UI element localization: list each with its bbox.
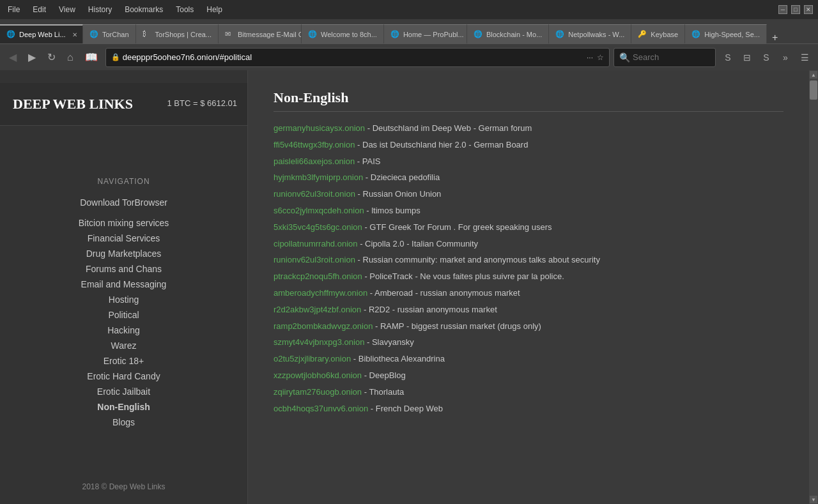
tab-propublica[interactable]: 🌐 Home — ProPubl... (384, 24, 467, 43)
onion-link-1[interactable]: ffi5v46ttwgx3fby.onion (274, 140, 355, 149)
onion-link-5[interactable]: s6cco2jylmxqcdeh.onion (274, 206, 364, 215)
nav-non-english[interactable]: Non-English (97, 402, 150, 412)
close-button[interactable]: ✕ (804, 5, 813, 14)
nav-political[interactable]: Political (108, 310, 139, 320)
nav-download-torbrowser[interactable]: Download TorBrowser (80, 197, 167, 208)
onion-link-9[interactable]: ptrackcp2noqu5fh.onion (274, 271, 362, 281)
nav-erotic-18[interactable]: Erotic 18+ (104, 356, 144, 366)
reader-button[interactable]: 📖 (81, 49, 102, 66)
tab-icon: 🌐 (89, 30, 98, 39)
link-desc-6: - GTF Greek Tor Forum . For greek speaki… (364, 222, 552, 232)
search-input[interactable] (633, 52, 710, 62)
address-input[interactable] (123, 52, 587, 62)
scroll-down-button[interactable]: ▼ (809, 495, 818, 504)
home-button[interactable]: ⌂ (63, 49, 77, 66)
btc-rate: 1 BTC = $ 6612.01 (167, 98, 238, 108)
tab-keybase[interactable]: 🔑 Keybase (631, 24, 685, 43)
link-desc-17: - French Deep Web (371, 404, 443, 413)
link-desc-10: - Amberoad - russian anonymous market (370, 288, 520, 298)
tab-8chan[interactable]: 🌐 Welcome to 8ch... (302, 24, 384, 43)
tab-bar: 🌐 Deep Web Li... ✕ 🌐 TorChan ₿ TorShops … (0, 19, 818, 43)
tab-torchan[interactable]: 🌐 TorChan (83, 24, 136, 43)
tab-label: High-Speed, Se... (704, 31, 760, 38)
link-desc-1: - Das ist Deutschland hier 2.0 - German … (357, 140, 528, 149)
minimize-button[interactable]: ─ (778, 5, 787, 14)
onion-link-0[interactable]: germanyhusicaysx.onion (274, 123, 365, 133)
nav-blogs[interactable]: Blogs (112, 417, 135, 427)
back-button[interactable]: ◀ (5, 49, 20, 66)
lock-icon: 🔒 (111, 53, 120, 61)
tab-close-button[interactable]: ✕ (72, 31, 77, 38)
site-title: DEEP WEB LINKS (13, 96, 133, 112)
reload-button[interactable]: ↻ (43, 49, 59, 66)
tab-icon: 🌐 (691, 30, 700, 39)
link-desc-2: - PAIS (357, 157, 381, 166)
list-item: zqiirytam276uogb.onion - Thorlauta (274, 386, 783, 399)
nav-erotic-hard-candy[interactable]: Erotic Hard Candy (87, 371, 160, 381)
menu-view[interactable]: View (56, 4, 78, 15)
nav-forums-chans[interactable]: Forums and Chans (86, 264, 162, 274)
search-bar[interactable]: 🔍 (614, 48, 716, 67)
forward-button[interactable]: ▶ (24, 49, 40, 66)
link-desc-7: - Cipolla 2.0 - Italian Community (360, 239, 478, 248)
onion-link-10[interactable]: amberoadychffmyw.onion (274, 288, 367, 298)
menu-history[interactable]: History (86, 4, 114, 15)
tab-blockchain[interactable]: 🌐 Blockchain - Mo... (467, 24, 549, 43)
nav-warez[interactable]: Warez (111, 340, 137, 351)
nav-erotic-jailbait[interactable]: Erotic Jailbait (97, 386, 150, 397)
sync-icon[interactable]: S (758, 49, 775, 66)
scroll-thumb[interactable] (810, 80, 817, 100)
onion-link-6[interactable]: 5xki35vc4g5ts6gc.onion (274, 222, 362, 232)
scroll-track[interactable] (809, 79, 818, 495)
nav-hosting[interactable]: Hosting (109, 294, 139, 305)
menu-help[interactable]: Help (204, 4, 225, 15)
skype-icon[interactable]: S (720, 49, 736, 66)
more-options-icon[interactable]: ··· (587, 53, 593, 62)
tab-deep-web-links[interactable]: 🌐 Deep Web Li... ✕ (0, 24, 83, 43)
tab-icon: ✉ (225, 30, 234, 39)
link-desc-12: - RAMP - biggest russian market (drugs o… (375, 321, 541, 331)
tab-netpollwaks[interactable]: 🌐 Netpollwaks - W... (549, 24, 631, 43)
onion-link-15[interactable]: xzzpowtjlobho6kd.onion (274, 370, 362, 380)
onion-link-4[interactable]: runionv62ul3roit.onion (274, 189, 355, 199)
onion-link-8[interactable]: runionv62ul3roit.onion (274, 255, 355, 264)
maximize-button[interactable]: □ (791, 5, 800, 14)
nav-bitcoin-mixing[interactable]: Bitcion mixing services (79, 218, 169, 228)
onion-link-7[interactable]: cipollatnumrrahd.onion (274, 239, 358, 248)
tab-highspeed[interactable]: 🌐 High-Speed, Se... (685, 24, 767, 43)
tab-icon: 🌐 (308, 30, 317, 39)
hamburger-menu-icon[interactable]: ☰ (796, 49, 813, 66)
menu-bookmarks[interactable]: Bookmarks (122, 4, 166, 15)
toolbar-icons: S ⊟ S » ☰ (720, 49, 813, 66)
list-item: germanyhusicaysx.onion - Deutschland im … (274, 122, 783, 135)
list-item: o2tu5zjxjlibrary.onion - Bibliotheca Ale… (274, 353, 783, 366)
nav-drug-marketplaces[interactable]: Drug Marketplaces (86, 248, 162, 259)
nav-email-messaging[interactable]: Email and Messaging (81, 279, 167, 289)
nav-financial-services[interactable]: Financial Services (88, 233, 160, 243)
onion-link-3[interactable]: hyjmkmb3lfymiprp.onion (274, 172, 363, 182)
scroll-up-button[interactable]: ▲ (809, 70, 818, 79)
onion-link-17[interactable]: ocbh4hoqs37unvv6.onion (274, 404, 368, 413)
onion-link-12[interactable]: ramp2bombkadwvgz.onion (274, 321, 373, 331)
section-title: Non-English (274, 89, 783, 112)
tab-label: TorShops | Crea... (155, 31, 212, 38)
bookmark-icon[interactable]: ☆ (597, 53, 604, 62)
address-bar[interactable]: 🔒 ··· ☆ (105, 48, 610, 67)
tab-bitmessage[interactable]: ✉ Bitmessage E-Mail Ga... (219, 24, 302, 43)
sidebar-footer: 2018 © Deep Web Links (82, 457, 165, 491)
menu-file[interactable]: File (5, 4, 22, 15)
more-tools-icon[interactable]: » (777, 49, 794, 66)
list-item: amberoadychffmyw.onion - Amberoad - russ… (274, 287, 783, 300)
onion-link-11[interactable]: r2d2akbw3jpt4zbf.onion (274, 305, 361, 314)
new-tab-button[interactable]: + (767, 32, 783, 43)
tab-label: Home — ProPubl... (403, 31, 464, 38)
reader-view-icon[interactable]: ⊟ (739, 49, 755, 66)
tab-torshops[interactable]: ₿ TorShops | Crea... (136, 24, 219, 43)
nav-hacking[interactable]: Hacking (107, 325, 140, 335)
onion-link-2[interactable]: paisleli66axejos.onion (274, 157, 355, 166)
onion-link-16[interactable]: zqiirytam276uogb.onion (274, 387, 362, 397)
onion-link-13[interactable]: szmyt4v4vjbnxpg3.onion (274, 337, 364, 347)
onion-link-14[interactable]: o2tu5zjxjlibrary.onion (274, 354, 351, 363)
menu-edit[interactable]: Edit (30, 4, 49, 15)
menu-tools[interactable]: Tools (173, 4, 196, 15)
